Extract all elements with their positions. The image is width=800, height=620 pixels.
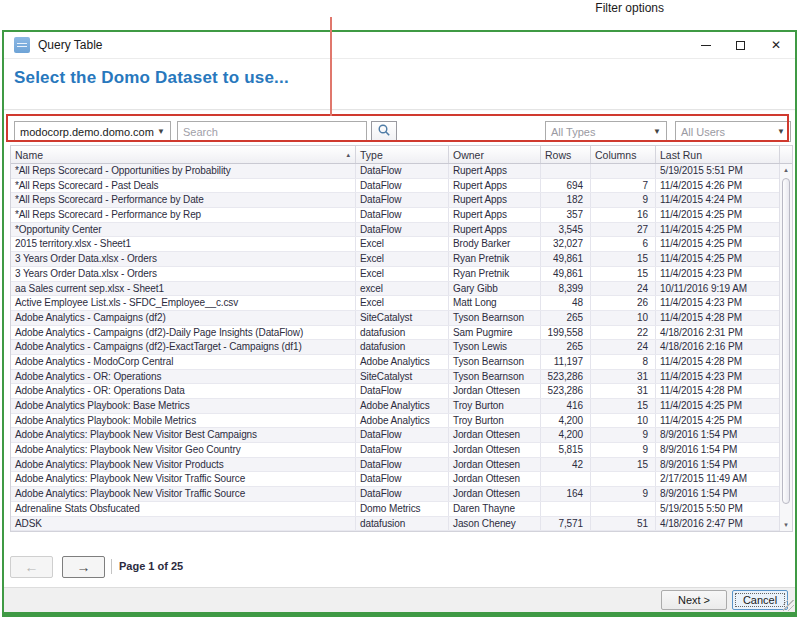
table-row[interactable]: 3 Years Order Data.xlsx - OrdersExcelRya… [11, 267, 792, 282]
search-button[interactable] [371, 121, 397, 142]
maximize-icon [736, 41, 745, 50]
cell-owner: Rupert Apps [449, 164, 541, 178]
prev-page-button[interactable]: ← [10, 556, 53, 578]
cell-type: DataFlow [356, 208, 449, 222]
next-button[interactable]: Next > [661, 590, 727, 610]
cell-name: Adobe Analytics: Playbook New Visitor Tr… [11, 487, 356, 501]
table-row[interactable]: *All Reps Scorecard - Performance by Dat… [11, 193, 792, 208]
table-row[interactable]: Adobe Analytics: Playbook New Visitor Tr… [11, 472, 792, 487]
column-header-lastrun[interactable]: Last Run [656, 146, 780, 163]
cell-type: Adobe Analytics [356, 399, 449, 413]
resize-grip[interactable] [783, 600, 794, 611]
search-icon [377, 123, 391, 140]
chevron-down-icon: ▼ [157, 127, 165, 136]
cell-owner: Jordan Ottesen [449, 458, 541, 472]
cell-owner: Jordan Ottesen [449, 472, 541, 486]
cell-name: *All Reps Scorecard - Performance by Dat… [11, 193, 356, 207]
table-row[interactable]: *Opportunity CenterDataFlowRupert Apps3,… [11, 223, 792, 238]
cell-owner: Tyson Bearnson [449, 355, 541, 369]
cell-owner: Ryan Pretnik [449, 252, 541, 266]
cell-type: Adobe Analytics [356, 414, 449, 428]
table-row[interactable]: *All Reps Scorecard - Past DealsDataFlow… [11, 179, 792, 194]
cell-lastrun: 5/19/2015 5:50 PM [656, 502, 780, 516]
cell-rows: 416 [541, 399, 591, 413]
scrollbar-corner [780, 146, 792, 163]
table-row[interactable]: Adobe Analytics: Playbook New Visitor Tr… [11, 487, 792, 502]
cell-type: DataFlow [356, 384, 449, 398]
table-row[interactable]: Adobe Analytics: Playbook New Visitor Ge… [11, 443, 792, 458]
table-row[interactable]: Adobe Analytics - Campaigns (df2)-ExactT… [11, 340, 792, 355]
cell-name: Adobe Analytics: Playbook New Visitor Ge… [11, 443, 356, 457]
cell-columns [591, 164, 656, 178]
cell-columns: 51 [591, 517, 656, 531]
cell-lastrun: 11/4/2015 4:26 PM [656, 179, 780, 193]
minimize-icon [701, 45, 711, 46]
table-row[interactable]: 3 Years Order Data.xlsx - OrdersExcelRya… [11, 252, 792, 267]
column-header-rows[interactable]: Rows [541, 146, 591, 163]
cell-columns: 9 [591, 443, 656, 457]
cancel-button[interactable]: Cancel [732, 590, 788, 610]
column-header-type[interactable]: Type [356, 146, 449, 163]
scroll-down-icon[interactable]: ▾ [780, 521, 792, 529]
cell-lastrun: 8/9/2016 1:54 PM [656, 428, 780, 442]
cell-name: Adobe Analytics Playbook: Base Metrics [11, 399, 356, 413]
cell-lastrun: 4/18/2016 2:47 PM [656, 517, 780, 531]
table-row[interactable]: Adobe Analytics: Playbook New Visitor Pr… [11, 458, 792, 473]
cell-type: excel [356, 282, 449, 296]
column-header-columns[interactable]: Columns [591, 146, 656, 163]
table-row[interactable]: Adobe Analytics: Playbook New Visitor Be… [11, 428, 792, 443]
table-row[interactable]: Adrenaline Stats ObsfucatedDomo MetricsD… [11, 502, 792, 517]
cell-type: DataFlow [356, 193, 449, 207]
cell-name: 3 Years Order Data.xlsx - Orders [11, 252, 356, 266]
table-row[interactable]: Adobe Analytics - OR: Operations DataDat… [11, 384, 792, 399]
table-row[interactable]: *All Reps Scorecard - Performance by Rep… [11, 208, 792, 223]
cell-name: aa Sales current sep.xlsx - Sheet1 [11, 282, 356, 296]
table-row[interactable]: ADSKdatafusionJason Cheney7,571514/18/20… [11, 517, 792, 532]
cell-lastrun: 11/4/2015 4:28 PM [656, 355, 780, 369]
cell-type: Excel [356, 237, 449, 251]
title-bar: Query Table ✕ [4, 32, 795, 59]
table-row[interactable]: 2015 territory.xlsx - Sheet1ExcelBrody B… [11, 237, 792, 252]
table-row[interactable]: Adobe Analytics - Campaigns (df2)SiteCat… [11, 311, 792, 326]
app-icon [14, 37, 30, 53]
cell-columns: 9 [591, 193, 656, 207]
dataset-table: Name ▴ Type Owner Rows Columns Last Run … [10, 145, 793, 532]
cell-owner: Troy Burton [449, 414, 541, 428]
minimize-button[interactable] [689, 32, 723, 58]
cell-type: Domo Metrics [356, 502, 449, 516]
search-input[interactable] [177, 121, 367, 142]
cell-owner: Troy Burton [449, 399, 541, 413]
table-row[interactable]: Adobe Analytics Playbook: Base MetricsAd… [11, 399, 792, 414]
cell-type: DataFlow [356, 223, 449, 237]
cell-columns: 15 [591, 399, 656, 413]
column-header-name[interactable]: Name ▴ [11, 146, 356, 163]
next-page-button[interactable]: → [62, 556, 105, 578]
cell-type: DataFlow [356, 443, 449, 457]
cell-rows: 48 [541, 296, 591, 310]
cell-rows: 523,286 [541, 384, 591, 398]
cell-lastrun: 11/4/2015 4:25 PM [656, 399, 780, 413]
instance-dropdown[interactable]: modocorp.demo.domo.com ▼ [14, 121, 171, 142]
users-dropdown[interactable]: All Users ▼ [675, 121, 791, 142]
maximize-button[interactable] [723, 32, 757, 58]
table-row[interactable]: Active Employee List.xls - SFDC_Employee… [11, 296, 792, 311]
table-row[interactable]: *All Reps Scorecard - Opportunities by P… [11, 164, 792, 179]
table-row[interactable]: Adobe Analytics - ModoCorp CentralAdobe … [11, 355, 792, 370]
vertical-scrollbar[interactable]: ▴ ▾ [779, 164, 792, 531]
types-dropdown[interactable]: All Types ▼ [545, 121, 667, 142]
cell-lastrun: 5/19/2015 5:51 PM [656, 164, 780, 178]
column-header-owner[interactable]: Owner [449, 146, 541, 163]
cell-owner: Rupert Apps [449, 193, 541, 207]
table-body: *All Reps Scorecard - Opportunities by P… [11, 164, 792, 531]
table-row[interactable]: aa Sales current sep.xlsx - Sheet1excelG… [11, 282, 792, 297]
table-header: Name ▴ Type Owner Rows Columns Last Run [11, 146, 792, 164]
scroll-up-icon[interactable]: ▴ [780, 166, 792, 174]
scrollbar-thumb[interactable] [782, 178, 790, 504]
cell-lastrun: 8/9/2016 1:54 PM [656, 487, 780, 501]
cell-name: Adobe Analytics: Playbook New Visitor Be… [11, 428, 356, 442]
close-button[interactable]: ✕ [759, 32, 793, 58]
table-row[interactable]: Adobe Analytics Playbook: Mobile Metrics… [11, 414, 792, 429]
table-row[interactable]: Adobe Analytics - OR: OperationsSiteCata… [11, 370, 792, 385]
table-row[interactable]: Adobe Analytics - Campaigns (df2)-Daily … [11, 326, 792, 341]
cell-lastrun: 11/4/2015 4:28 PM [656, 384, 780, 398]
